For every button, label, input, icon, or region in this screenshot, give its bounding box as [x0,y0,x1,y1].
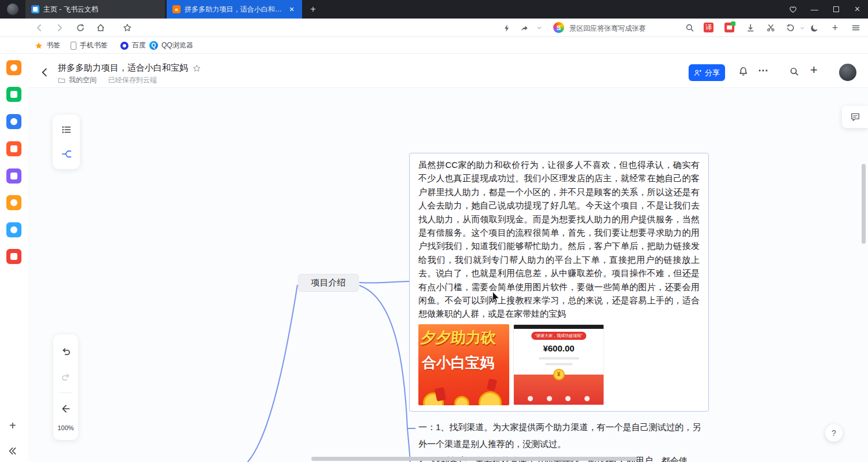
dock-app-icon-7[interactable] [6,222,21,237]
card-images-row: 夕夕助力砍 合小白宝妈 “谢谢大家，我成功提现啦” ¥600.00 ¥ [418,324,700,405]
share-icon[interactable] [518,23,530,33]
outline-view-icon[interactable] [57,120,76,140]
card-paragraph: 虽然拼CC家的助力和砍价行为，让很多人不喜欢，但也得承认，确实有不少人也真正提现… [418,158,700,321]
redo-icon[interactable] [56,367,76,387]
collection-heart-icon[interactable] [782,0,804,19]
screen: 主页 - 飞书云文档 « 拼多多助力项目，适合小白和宝妈 × + — × [0,0,868,462]
shopping-extension-icon[interactable] [724,23,734,32]
browser-profile-avatar[interactable] [7,3,19,15]
user-avatar[interactable] [839,64,856,81]
collapse-to-root-icon[interactable] [56,399,76,419]
mindmap-node-project-intro[interactable]: 项目介绍 [298,274,359,292]
feishu-favicon [31,5,39,13]
tab-title: 拼多多助力项目，适合小白和宝妈 [185,5,283,14]
promo-image[interactable]: 夕夕助力砍 合小白宝妈 [418,324,509,405]
withdraw-amount: ¥600.00 [514,343,604,353]
doc-back-icon[interactable] [39,67,50,78]
help-button[interactable]: ? [825,424,843,442]
promo-image-subtitle: 合小白宝妈 [422,353,494,372]
comment-button[interactable] [842,106,868,128]
dock-app-icon-3[interactable] [6,114,21,129]
doc-header: 拼多多助力项目，适合小白和宝妈 我的空间 已经保存到云端 分享 ⋯ + [28,54,868,88]
step-text: 一：1、找到渠道。为大家提供两个助力渠道，有一个是自己测试过的，另外一个渠道是别… [418,419,701,452]
menu-icon[interactable] [850,23,862,33]
browser-tab-home[interactable]: 主页 - 飞书云文档 [25,0,165,19]
sogou-favicon: « [172,5,181,13]
browser-toolbar: S 景区回应将张骞写成张赛 译 + [0,19,868,37]
chevron-down-icon[interactable] [534,23,545,33]
chevron-down-icon[interactable] [796,23,808,33]
bookmark-item-mobile[interactable]: 手机书签 [71,37,108,54]
red-envelope-graphic [435,387,446,401]
search-icon[interactable] [684,23,696,33]
mindmap-card-project-detail[interactable]: 虽然拼CC家的助力和砍价行为，让很多人不喜欢，但也得承认，确实有不少人也真正提现… [409,153,709,412]
tab-close-icon[interactable]: × [287,5,296,14]
doc-search-icon[interactable] [789,67,799,76]
night-mode-moon-icon[interactable] [808,23,820,33]
dock-app-icon-1[interactable] [6,60,21,75]
lightning-icon[interactable] [501,23,513,33]
bookmark-label: 手机书签 [80,41,108,50]
collapse-sidebar-icon[interactable] [7,446,17,456]
view-switcher-toolbar [53,115,80,169]
vertical-scrollbar[interactable] [862,164,866,244]
star-filled-icon [35,42,43,50]
bookmark-item-qq-browser[interactable]: Q QQ浏览器 [149,37,193,54]
horizontal-scrollbar[interactable] [311,457,637,461]
history-undo-icon[interactable] [785,23,796,33]
close-button[interactable]: × [847,0,868,19]
download-icon[interactable] [745,23,756,33]
bookmark-item-favorites[interactable]: 书签 [35,37,60,54]
coin-graphic [479,391,502,405]
canvas-add-icon[interactable]: + [9,419,16,432]
coin-icon: ¥ [553,369,565,380]
breadcrumb-space[interactable]: 我的空间 [69,75,97,85]
home-icon[interactable] [95,23,106,33]
notification-bell-icon[interactable] [738,67,748,76]
withdraw-screenshot-image[interactable]: “谢谢大家，我成功提现啦” ¥600.00 ¥ [513,324,604,405]
bookmark-label: 百度 [132,41,146,50]
refresh-icon[interactable] [75,23,86,33]
coin-graphic [454,396,469,405]
favorite-star-icon[interactable] [193,64,201,72]
phone-icon [71,42,76,50]
undo-icon[interactable] [56,342,76,361]
comment-bubble-icon [850,112,860,122]
red-envelope-graphic [487,378,497,391]
window-titlebar: 主页 - 飞书云文档 « 拼多多助力项目，适合小白和宝妈 × + — × [0,0,868,19]
mindmap-node-steps[interactable]: 一：1、找到渠道。为大家提供两个助力渠道，有一个是自己测试过的，另外一个渠道是别… [418,419,701,462]
minimize-button[interactable]: — [804,0,825,19]
text-line-graphic [539,357,579,360]
share-person-icon [694,69,702,77]
bookmark-star-icon[interactable] [122,23,133,33]
hot-search-text[interactable]: 景区回应将张骞写成张赛 [569,24,646,34]
dock-app-icon-5[interactable] [6,168,21,184]
zoom-level[interactable]: 100% [57,424,73,431]
sogou-logo-icon[interactable]: S [553,22,564,33]
dock-app-icon-2[interactable] [6,87,21,102]
phone-red-footer-graphic: ¥ [514,375,604,405]
browser-tab-active[interactable]: « 拼多多助力项目，适合小白和宝妈 × [167,0,302,19]
mindmap-view-icon[interactable] [57,144,76,164]
text-line-graphic [545,363,573,365]
window-controls: — × [782,0,868,19]
maximize-button[interactable] [825,0,847,19]
dock-app-icon-6[interactable] [6,195,21,210]
promo-image-title: 夕夕助力砍 [420,328,496,348]
more-options-icon[interactable]: ⋯ [758,64,768,76]
dock-app-icon-8[interactable] [6,249,21,264]
bookmark-item-baidu[interactable]: 百度 [120,37,146,54]
share-button[interactable]: 分享 [689,64,725,81]
share-label: 分享 [705,68,720,78]
forward-icon[interactable] [54,23,65,33]
qq-browser-icon: Q [149,41,158,50]
bookmarks-bar: 书签 手机书签 百度 Q QQ浏览器 [0,37,868,54]
bookmark-label: QQ浏览器 [161,41,193,50]
doc-add-icon[interactable]: + [810,65,818,75]
translate-icon[interactable]: 译 [704,23,713,32]
back-icon[interactable] [34,23,45,33]
new-tab-button[interactable]: + [307,3,319,15]
dock-app-icon-4[interactable] [6,141,21,156]
add-icon[interactable]: + [829,23,841,33]
screenshot-scissors-icon[interactable] [765,23,777,33]
